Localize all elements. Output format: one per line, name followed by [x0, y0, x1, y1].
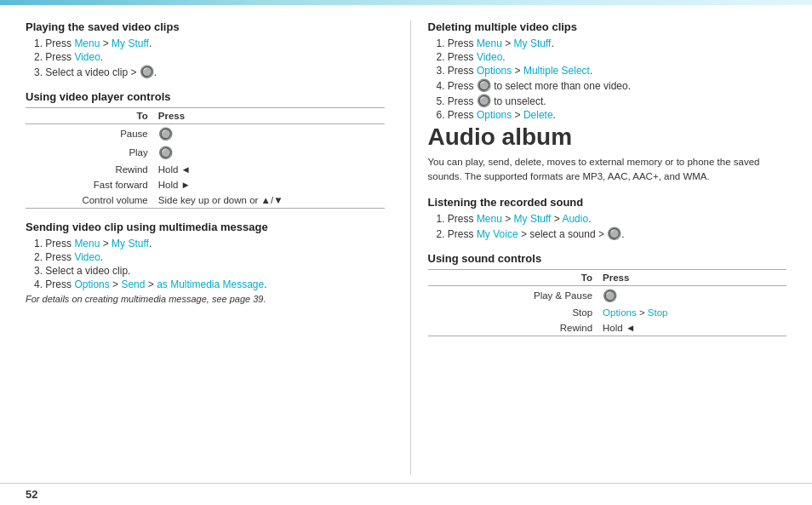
mystuff-link[interactable]: My Stuff: [112, 37, 149, 49]
mystuff-link[interactable]: My Stuff: [514, 213, 552, 225]
step-text2: to select more than one video.: [494, 80, 631, 92]
section-sound-controls-title: Using sound controls: [428, 252, 787, 265]
table-row: Control volume Side key up or down or ▲/…: [26, 192, 385, 209]
video-link[interactable]: Video: [74, 51, 100, 63]
period: .: [502, 51, 505, 63]
table-row: Fast forward Hold ►: [26, 177, 385, 192]
step-item: 3. Select a video clip > 🔘.: [34, 65, 385, 78]
audio-link[interactable]: Audio: [562, 213, 588, 225]
section-deleting-title: Deleting multiple video clips: [428, 20, 787, 33]
delete-link[interactable]: Delete: [523, 109, 553, 121]
row-label: Play: [26, 143, 155, 162]
row-value: 🔘: [155, 124, 385, 144]
section-sending-title: Sending video clip using multimedia mess…: [26, 221, 385, 233]
step-text2: to unselect.: [494, 95, 546, 107]
row-value: 🔘: [155, 143, 385, 162]
step-text2: > select a sound >: [521, 228, 607, 240]
step-text: Press: [448, 51, 477, 63]
menu-link[interactable]: Menu: [477, 37, 502, 49]
step-text: Press: [45, 51, 74, 63]
sep: >: [505, 37, 513, 49]
step-text: Select a video clip.: [45, 265, 130, 277]
row-value: 🔘: [599, 286, 786, 306]
table-row: Play & Pause 🔘: [428, 286, 787, 306]
content-area: Playing the saved video clips 1. Press M…: [0, 5, 812, 483]
pause-icon: 🔘: [158, 127, 173, 141]
sep: >: [112, 278, 121, 290]
table-header-row: To Press: [26, 108, 385, 124]
step-num: 2.: [437, 51, 445, 63]
play-pause-icon: 🔘: [603, 289, 617, 302]
step-item: 4. Press 🔘 to select more than one video…: [437, 78, 787, 92]
step-text: Press: [448, 80, 477, 92]
step-item: 3. Select a video clip.: [34, 265, 385, 277]
row-value: Side key up or down or ▲/▼: [155, 192, 385, 209]
sep: >: [103, 37, 112, 49]
step-text: Press: [45, 278, 74, 290]
multimedia-link[interactable]: as Multimedia Message: [157, 278, 264, 290]
right-column: Deleting multiple video clips 1. Press M…: [410, 20, 787, 474]
multimedia-note: For details on creating multimedia messa…: [26, 294, 385, 304]
step-text: Select a video clip >: [45, 66, 139, 78]
col-press: Press: [155, 108, 385, 124]
row-label: Stop: [428, 305, 600, 320]
step-text: Press: [448, 213, 477, 225]
step-text: Press: [448, 109, 477, 121]
table-row: Rewind Hold ◄: [428, 320, 787, 336]
video-link[interactable]: Video: [74, 251, 100, 263]
section-controls-title: Using video player controls: [26, 90, 385, 103]
period: .: [621, 228, 624, 240]
step-num: 1.: [34, 37, 43, 49]
step-item: 5. Press 🔘 to unselect.: [437, 94, 787, 107]
menu-link[interactable]: Menu: [477, 213, 502, 225]
step-text: Press: [45, 238, 74, 250]
step-item: 4. Press Options > Send > as Multimedia …: [34, 278, 385, 290]
listening-steps: 1. Press Menu > My Stuff > Audio. 2. Pre…: [428, 213, 787, 240]
step-item: 6. Press Options > Delete.: [437, 109, 787, 121]
step-item: 1. Press Menu > My Stuff.: [34, 238, 385, 250]
table-header-row: To Press: [428, 270, 787, 286]
menu-link[interactable]: Menu: [74, 238, 100, 250]
period: .: [100, 51, 103, 63]
step-text: Press: [448, 95, 477, 107]
video-link[interactable]: Video: [477, 51, 502, 63]
options-link[interactable]: Options: [477, 109, 512, 121]
period: .: [551, 37, 553, 49]
step-num: 1.: [437, 213, 445, 225]
step-item: 1. Press Menu > My Stuff.: [437, 37, 787, 49]
options-link[interactable]: Options: [74, 278, 109, 290]
sep: >: [103, 238, 112, 250]
table-row: Stop Options > Stop: [428, 305, 787, 320]
sep: >: [639, 307, 648, 318]
step-item: 2. Press Video.: [437, 51, 787, 63]
row-label: Control volume: [26, 192, 155, 209]
period: .: [264, 278, 266, 290]
row-value: Options > Stop: [599, 305, 786, 320]
stop-link[interactable]: Stop: [648, 307, 668, 318]
row-label: Rewind: [26, 162, 155, 177]
row-label: Play & Pause: [428, 286, 600, 306]
select-icon: 🔘: [477, 78, 491, 92]
step-num: 4.: [437, 80, 445, 92]
step-num: 3.: [34, 66, 43, 78]
sep: >: [515, 65, 523, 77]
menu-link[interactable]: Menu: [74, 37, 100, 49]
sep: >: [554, 213, 563, 225]
send-link[interactable]: Send: [121, 278, 145, 290]
options-link[interactable]: Options: [603, 307, 637, 318]
step-item: 2. Press My Voice > select a sound > 🔘.: [437, 227, 787, 240]
sep: >: [505, 213, 513, 225]
mystuff-link[interactable]: My Stuff: [112, 238, 149, 250]
step-text: Press: [45, 37, 74, 49]
period: .: [154, 66, 157, 78]
table-row: Play 🔘: [26, 143, 385, 162]
period: .: [588, 213, 591, 225]
row-label: Pause: [26, 124, 155, 144]
myvoice-link[interactable]: My Voice: [477, 228, 518, 240]
sending-steps: 1. Press Menu > My Stuff. 2. Press Video…: [26, 238, 385, 290]
section-playing-title: Playing the saved video clips: [26, 20, 385, 33]
period: .: [100, 251, 103, 263]
mystuff-link[interactable]: My Stuff: [514, 37, 552, 49]
multiple-select-link[interactable]: Multiple Select: [523, 65, 590, 77]
options-link[interactable]: Options: [477, 65, 512, 77]
